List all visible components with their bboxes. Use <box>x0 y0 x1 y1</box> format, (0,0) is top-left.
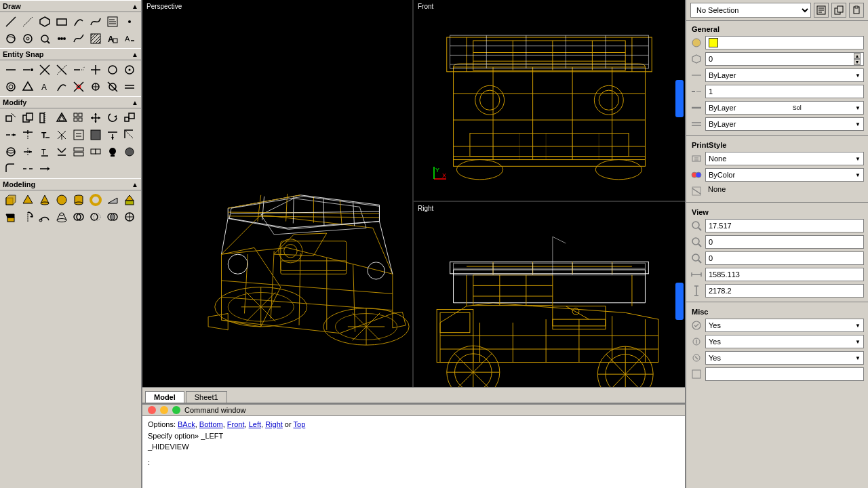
mod-light[interactable] <box>104 144 121 160</box>
tool-hatch[interactable] <box>104 14 121 30</box>
snap-nearest[interactable] <box>104 79 121 95</box>
color-value[interactable] <box>705 36 864 49</box>
mod-group[interactable] <box>87 144 104 160</box>
width-value[interactable] <box>705 268 864 281</box>
mod-break[interactable] <box>20 161 36 177</box>
mod3d-sphere[interactable] <box>54 192 70 208</box>
snap-intersection[interactable] <box>37 62 53 78</box>
cmd-left[interactable]: Left <box>249 420 261 428</box>
mod3d-box[interactable] <box>3 192 19 208</box>
snap-apparent[interactable] <box>54 62 70 78</box>
layer-spinbox[interactable]: ▲ ▼ <box>854 53 861 65</box>
mod-mirror[interactable] <box>37 110 53 126</box>
mod-join[interactable] <box>37 161 53 177</box>
zoom-y-value[interactable] <box>705 235 864 249</box>
mod-fill[interactable] <box>87 127 104 143</box>
print-color-value[interactable]: ByLayer ▼ <box>705 117 864 131</box>
viewport-right[interactable]: Right <box>414 202 685 404</box>
layer-value[interactable]: 0 ▲ ▼ <box>705 52 864 66</box>
mod-erase[interactable] <box>3 110 19 126</box>
selection-dropdown[interactable]: No Selection <box>690 3 811 18</box>
mod3d-union[interactable] <box>71 209 87 225</box>
snap-node[interactable] <box>20 79 36 95</box>
cmd-top[interactable]: Top <box>294 420 306 428</box>
tool-pan[interactable] <box>20 30 36 47</box>
mod3d-torus[interactable] <box>87 192 104 208</box>
bycolor-value[interactable]: ByColor ▼ <box>705 168 864 182</box>
mod-sphere[interactable] <box>121 144 138 160</box>
cmd-front[interactable]: Front <box>227 420 245 428</box>
vscroll-handle-right[interactable] <box>675 283 684 320</box>
tool-polygon[interactable] <box>37 14 53 30</box>
draw-section-header[interactable]: Draw ▲ <box>0 0 141 12</box>
snap-midpoint[interactable] <box>20 62 36 78</box>
cmd-bottom[interactable]: Bottom <box>199 420 223 428</box>
mod3d-pyramid[interactable] <box>20 192 36 208</box>
mod3d-intersect[interactable] <box>104 209 121 225</box>
snap-extension[interactable]: → <box>71 62 87 78</box>
ltscale-value[interactable] <box>705 85 864 98</box>
misc-2-value[interactable]: Yes ▼ <box>705 335 864 348</box>
snap-circle-center[interactable] <box>3 79 19 95</box>
copy-icon-btn[interactable] <box>831 3 846 18</box>
mod3d-cone[interactable] <box>37 192 53 208</box>
cmd-circle-green[interactable] <box>172 406 180 414</box>
modify-section-header[interactable]: Modify ▲ <box>0 96 141 108</box>
tool-text[interactable]: A <box>121 30 138 47</box>
zoom-x-value[interactable] <box>705 219 864 232</box>
mod3d-loft[interactable] <box>54 209 70 225</box>
height-value[interactable] <box>705 284 864 298</box>
mod3d-revolve[interactable] <box>20 209 36 225</box>
tool-point[interactable] <box>121 14 138 30</box>
mod-trim[interactable] <box>20 127 36 143</box>
cmd-back[interactable]: BAck <box>178 420 195 428</box>
viewport-front[interactable]: Front XY <box>414 0 685 202</box>
mod3d-torus2[interactable] <box>121 209 138 225</box>
mod3d-cylinder[interactable] <box>71 192 87 208</box>
mod3d-extrude[interactable] <box>3 209 19 225</box>
snap-center[interactable] <box>104 62 121 78</box>
linetype-value[interactable]: ByLayer ▼ <box>705 68 864 82</box>
mod3d-wedge[interactable] <box>104 192 121 208</box>
tool-hatch2[interactable] <box>87 30 104 47</box>
snap-quadrant[interactable] <box>121 62 138 78</box>
snap-x[interactable] <box>71 79 87 95</box>
mod-rotate[interactable] <box>104 110 121 126</box>
tool-spline[interactable] <box>71 30 87 47</box>
mod-3dorbit[interactable] <box>3 144 19 160</box>
mod-copy[interactable] <box>20 110 36 126</box>
mod-stretch[interactable] <box>3 127 19 143</box>
misc-1-value[interactable]: Yes ▼ <box>705 319 864 332</box>
mod-text[interactable]: T <box>37 127 53 143</box>
mod-array[interactable] <box>71 110 87 126</box>
tool-orbit[interactable] <box>3 30 19 47</box>
cmd-input[interactable] <box>149 473 678 483</box>
mod-hatch[interactable] <box>71 127 87 143</box>
snap-a[interactable]: A <box>37 79 53 95</box>
mod-explode[interactable] <box>54 127 70 143</box>
snap-perp[interactable] <box>87 62 104 78</box>
tool-xline[interactable] <box>20 14 36 30</box>
misc-4-value[interactable] <box>705 367 864 381</box>
cmd-circle-red[interactable] <box>148 406 156 414</box>
lineweight-value[interactable]: ByLayer Sol ▼ <box>705 101 864 115</box>
tool-arc[interactable] <box>71 14 87 30</box>
mod-text2[interactable]: T <box>37 144 53 160</box>
tool-line[interactable] <box>3 14 19 30</box>
snap-endpoint[interactable] <box>3 62 19 78</box>
tool-rectangle[interactable] <box>54 14 70 30</box>
tool-zoom-fit[interactable] <box>37 30 53 47</box>
mod3d-prism[interactable] <box>121 192 138 208</box>
paste-icon-btn[interactable] <box>849 3 864 18</box>
snap-tangent[interactable] <box>54 79 70 95</box>
layer-spin-up[interactable]: ▲ <box>854 53 861 59</box>
mod3d-sweep[interactable] <box>37 209 53 225</box>
properties-icon-btn[interactable] <box>814 3 829 18</box>
mod-fillet[interactable] <box>3 161 19 177</box>
mod-chamfer[interactable] <box>121 127 138 143</box>
snap-parallel[interactable] <box>121 79 138 95</box>
mod-move[interactable] <box>87 110 104 126</box>
modeling-section-header[interactable]: Modeling ▲ <box>0 178 141 190</box>
tab-sheet1[interactable]: Sheet1 <box>186 391 227 403</box>
plotstyle-value[interactable]: None ▼ <box>705 152 864 165</box>
